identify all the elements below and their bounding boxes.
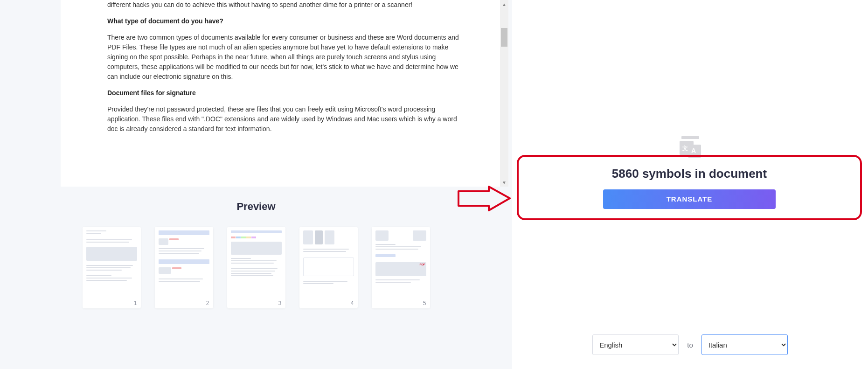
page-number-1: 1	[134, 300, 137, 306]
to-label: to	[687, 341, 693, 349]
preview-thumb-3[interactable]: 3	[227, 227, 285, 308]
svg-rect-0	[681, 136, 699, 139]
translate-callout: 5860 symbols in document TRANSLATE	[517, 155, 862, 220]
doc-para-2: Provided they're not password protected,…	[107, 104, 462, 134]
translate-button[interactable]: TRANSLATE	[603, 189, 776, 209]
scrollbar-thumb[interactable]	[501, 28, 507, 47]
doc-scrollbar[interactable]: ▲ ▼	[500, 0, 508, 187]
doc-intro-tail: different hacks you can do to achieve th…	[107, 0, 462, 10]
language-row: English to Italian	[512, 334, 868, 355]
doc-heading-1: What type of document do you have?	[107, 16, 462, 26]
left-pane: different hacks you can do to achieve th…	[0, 0, 512, 369]
page-number-2: 2	[206, 300, 209, 306]
svg-text:A: A	[691, 147, 696, 154]
right-pane: A 文 5860 symbols in document TRANSLATE E…	[512, 0, 868, 369]
document-view: different hacks you can do to achieve th…	[61, 0, 508, 187]
doc-heading-2: Document files for signature	[107, 88, 462, 98]
doc-para-1: There are two common types of documents …	[107, 33, 462, 82]
callout-arrow-icon	[456, 186, 512, 211]
preview-thumb-4[interactable]: 4	[299, 227, 358, 308]
page-number-5: 5	[423, 300, 426, 306]
page-number-3: 3	[278, 300, 282, 306]
preview-thumbnails: 1	[0, 227, 512, 308]
source-language-select[interactable]: English	[592, 334, 679, 355]
scroll-up-icon[interactable]: ▲	[500, 0, 508, 8]
document-content: different hacks you can do to achieve th…	[61, 0, 508, 159]
preview-title: Preview	[0, 201, 512, 213]
svg-text:文: 文	[682, 145, 688, 152]
preview-thumb-5[interactable]: PDF 5	[372, 227, 430, 308]
page-number-4: 4	[351, 300, 354, 306]
target-language-select[interactable]: Italian	[701, 334, 788, 355]
preview-thumb-1[interactable]: 1	[83, 227, 141, 308]
symbols-count-text: 5860 symbols in document	[612, 167, 767, 181]
preview-thumb-2[interactable]: 2	[155, 227, 213, 308]
preview-section: Preview 1	[0, 187, 512, 369]
